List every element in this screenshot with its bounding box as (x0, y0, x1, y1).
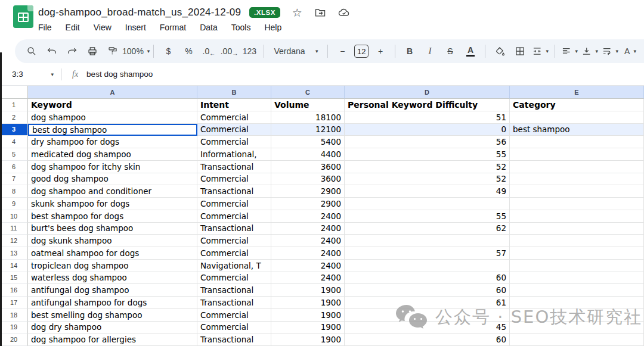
cell-B4[interactable]: Commercial (197, 136, 271, 148)
cell-D15[interactable]: 60 (345, 272, 510, 285)
strikethrough-button[interactable]: S (442, 43, 459, 60)
cell-A15[interactable]: waterless dog shampoo (28, 272, 197, 285)
cell-D18[interactable] (345, 309, 510, 322)
cell-B6[interactable]: Transactional (197, 161, 271, 173)
cell-E4[interactable] (510, 136, 644, 148)
cell-D13[interactable]: 57 (345, 247, 510, 260)
cell-B18[interactable]: Commercial (197, 309, 271, 322)
text-rotation-button[interactable]: A ▾ (622, 43, 639, 60)
move-to-folder-icon[interactable] (314, 7, 326, 18)
menu-view[interactable]: View (94, 23, 112, 32)
merge-cells-button[interactable]: ▾ (532, 43, 549, 60)
horizontal-align-button[interactable]: ▾ (561, 43, 578, 60)
italic-button[interactable]: I (422, 43, 438, 60)
print-button[interactable] (84, 43, 101, 60)
vertical-align-button[interactable]: ▾ (581, 43, 598, 60)
row-header-9[interactable]: 9 (0, 198, 28, 210)
cell-B20[interactable]: Transactional (197, 333, 271, 346)
row-header-11[interactable]: 11 (0, 223, 28, 235)
cell-D12[interactable] (345, 235, 510, 247)
row-header-3[interactable]: 3 (0, 124, 28, 136)
cell-E1[interactable]: Category (510, 99, 644, 111)
cell-A16[interactable]: antifungal dog shampoo (28, 284, 197, 297)
borders-button[interactable] (512, 43, 528, 60)
font-size-input[interactable]: 12 (354, 45, 369, 58)
bold-button[interactable]: B (401, 43, 418, 60)
menu-insert[interactable]: Insert (125, 23, 146, 32)
cell-A7[interactable]: good dog shampoo (28, 173, 197, 186)
menu-data[interactable]: Data (200, 23, 218, 32)
column-header-A[interactable]: A (28, 86, 197, 99)
cell-D9[interactable] (345, 198, 510, 210)
cell-B17[interactable]: Transactional (197, 297, 271, 309)
cell-D16[interactable]: 60 (345, 284, 510, 297)
cell-A17[interactable]: antifungal shampoo for dogs (28, 297, 197, 309)
cell-E8[interactable] (510, 185, 644, 198)
cell-C6[interactable]: 3600 (271, 161, 345, 173)
cell-A6[interactable]: dog shampoo for itchy skin (28, 161, 197, 173)
cell-B15[interactable]: Commercial (197, 272, 271, 285)
row-header-4[interactable]: 4 (0, 136, 28, 148)
search-button[interactable] (23, 43, 40, 60)
cell-C17[interactable]: 1900 (271, 297, 345, 309)
menu-help[interactable]: Help (264, 23, 281, 32)
cell-C18[interactable]: 1900 (271, 309, 345, 322)
cell-C1[interactable]: Volume (271, 99, 345, 111)
cell-B5[interactable]: Informational, (197, 148, 271, 161)
cell-C10[interactable]: 2400 (271, 210, 345, 223)
row-header-8[interactable]: 8 (0, 185, 28, 198)
number-format-button[interactable]: 123 (241, 43, 258, 60)
row-header-7[interactable]: 7 (0, 173, 28, 186)
cell-D11[interactable]: 62 (345, 223, 510, 235)
name-box[interactable]: 3:3 ▾ (0, 70, 58, 79)
cell-C12[interactable]: 2400 (271, 235, 345, 247)
cell-C3[interactable]: 12100 (271, 124, 345, 136)
cell-B2[interactable]: Commercial (197, 111, 271, 124)
row-header-2[interactable]: 2 (0, 111, 28, 124)
cloud-saved-icon[interactable] (338, 7, 350, 18)
format-currency-button[interactable]: $ (160, 43, 177, 60)
cell-A9[interactable]: skunk shampoo for dogs (28, 198, 197, 210)
cell-D3[interactable]: 0 (345, 124, 510, 136)
cell-A19[interactable]: dog dry shampoo (28, 322, 197, 334)
cell-E10[interactable] (510, 210, 644, 223)
cell-E9[interactable] (510, 198, 644, 210)
column-header-E[interactable]: E (510, 86, 644, 99)
cell-A1[interactable]: Keyword (28, 99, 197, 111)
cell-E12[interactable] (510, 235, 644, 247)
cell-D8[interactable]: 49 (345, 185, 510, 198)
cell-C11[interactable]: 2400 (271, 223, 345, 235)
row-header-17[interactable]: 17 (0, 297, 28, 309)
cell-D6[interactable]: 52 (345, 161, 510, 173)
menu-tools[interactable]: Tools (231, 23, 251, 32)
row-header-10[interactable]: 10 (0, 210, 28, 223)
column-header-C[interactable]: C (271, 86, 345, 99)
cell-B11[interactable]: Transactional (197, 223, 271, 235)
text-color-button[interactable]: A (462, 43, 479, 60)
formula-input[interactable]: best dog shampoo (86, 70, 153, 79)
cell-B16[interactable]: Transactional (197, 284, 271, 297)
cell-E7[interactable] (510, 173, 644, 186)
cell-D1[interactable]: Personal Keyword Difficulty (345, 99, 510, 111)
row-header-18[interactable]: 18 (0, 309, 28, 322)
text-wrap-button[interactable]: ▾ (602, 43, 618, 60)
cell-E11[interactable] (510, 223, 644, 235)
menu-file[interactable]: File (38, 23, 52, 32)
font-select[interactable]: Verdana ▾ (270, 43, 321, 60)
cell-D4[interactable]: 56 (345, 136, 510, 148)
row-header-20[interactable]: 20 (0, 333, 28, 346)
cell-E6[interactable] (510, 161, 644, 173)
cell-D14[interactable] (345, 260, 510, 272)
cell-B7[interactable]: Commercial (197, 173, 271, 186)
format-percent-button[interactable]: % (180, 43, 197, 60)
cell-B8[interactable]: Transactional (197, 185, 271, 198)
cell-A11[interactable]: burt's bees dog shampoo (28, 223, 197, 235)
cell-A5[interactable]: medicated dog shampoo (28, 148, 197, 161)
cell-A2[interactable]: dog shampoo (28, 111, 197, 124)
cell-E14[interactable] (510, 260, 644, 272)
row-header-16[interactable]: 16 (0, 284, 28, 297)
cell-D7[interactable]: 52 (345, 173, 510, 186)
cell-C16[interactable]: 1900 (271, 284, 345, 297)
select-all-corner[interactable] (0, 86, 28, 99)
cell-E2[interactable] (510, 111, 644, 124)
